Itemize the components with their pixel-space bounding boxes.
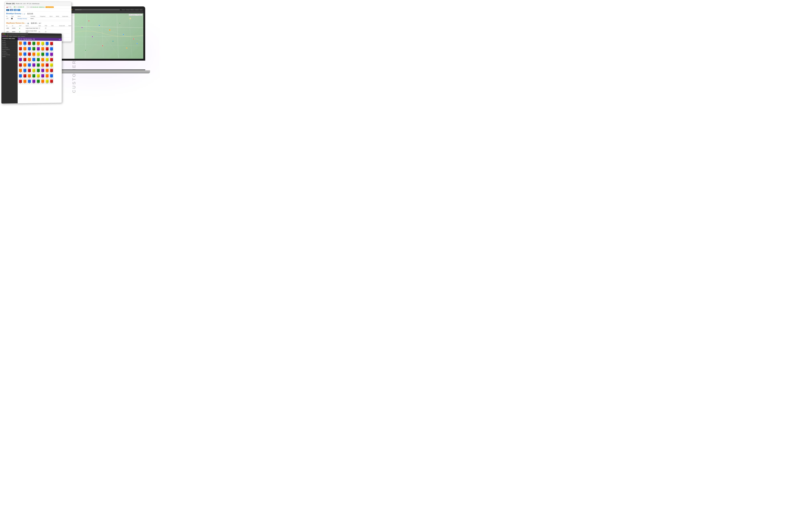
plano-item: $1.15	[32, 79, 36, 84]
route-count-badge: 347 machines in 70 locations	[129, 14, 142, 16]
map-roads-svg	[75, 14, 143, 59]
cash-stat: 💵 2 / 34 $430.79	[14, 6, 24, 8]
plano-item: $3.25	[18, 63, 22, 68]
plano-row-1: $2.56 $3.56 $2.50 $2.50 $2.50 $0.95 $0.9…	[18, 41, 61, 46]
plano-menu-gcs: GCS ▾	[18, 36, 20, 37]
table2-header: ID ID RTP Name CSO PSO CSO Invoice Amt. …	[6, 25, 70, 27]
laptop-display: parlevel ⚡ parlevelvms.com Routes ▾ Vend…	[61, 8, 143, 59]
toolbar-search-btn[interactable]: 🔍	[17, 9, 20, 11]
plano-item: $5	[18, 57, 22, 62]
map-pin-5	[92, 36, 93, 37]
plano-item: $3.56	[23, 41, 27, 46]
plano-min-dot	[3, 34, 4, 34]
toolbar-list-btn[interactable]: 📋	[14, 9, 17, 11]
route141-toolbar[interactable]: All 📅 📋 🔍	[5, 8, 71, 12]
map-pin-14	[136, 43, 138, 44]
route141-badge1: Route 141	[16, 3, 22, 4]
map-pin-1	[88, 20, 90, 22]
plano-sidebar-servicetiming: by Service Timing	[1, 54, 18, 56]
plano-item: $5	[23, 74, 27, 79]
plano-close-btn[interactable]: ✕	[59, 39, 61, 40]
lmap-header: parlevel ⚡ parlevelvms.com Routes ▾ Vend…	[61, 8, 143, 11]
route141-warehouse: Warehouse	[32, 3, 39, 4]
plano-item: $1.55	[36, 63, 40, 68]
forecast-badge: 1 day forecast	[45, 6, 54, 8]
svg-line-7	[75, 22, 105, 37]
brooklyn-grocery-amount: $153.85	[27, 13, 33, 15]
plano-item: $5	[18, 52, 22, 57]
lmap-nav-vending: Vending ▾	[126, 9, 130, 10]
toolbar-calendar-btn[interactable]: 📅	[10, 9, 13, 11]
plano-item: $1.55	[45, 63, 49, 68]
svg-line-4	[102, 14, 103, 58]
svg-line-0	[75, 26, 143, 27]
plano-item: $0.95	[45, 41, 49, 46]
map-pin-3	[109, 29, 111, 31]
route141-badge: Route 141 115 - RT 141 Warehouse	[16, 3, 39, 4]
plano-item: $0.95	[50, 47, 54, 52]
planogram-screenshot: https://dependable.parlevelvms.com/slit/…	[1, 33, 62, 104]
plano-sidebar-satellite: Satellite	[1, 56, 18, 58]
plano-item: $1	[32, 57, 36, 62]
plano-item: $5	[23, 46, 27, 52]
laptop-map: parlevel ⚡ parlevelvms.com Routes ▾ Vend…	[61, 8, 143, 59]
plano-sidebar-routefreq: Route Frequency	[1, 49, 18, 51]
plano-close-dot	[2, 34, 3, 34]
plano-item: $7.15	[32, 68, 36, 73]
plano-item: $1.15	[50, 74, 54, 79]
plano-item: $1.15	[36, 74, 40, 79]
map-pin-8	[123, 34, 124, 35]
plano-item: $1.15	[45, 74, 49, 79]
lmap-map-area: 347 machines in 70 locations	[75, 14, 143, 59]
plano-item: $0.95	[50, 52, 54, 57]
plano-item: $1.15	[41, 74, 45, 79]
plano-item: $5	[18, 79, 22, 84]
laptop-base	[54, 70, 150, 73]
plano-sidebar-byroute: by Route	[1, 45, 18, 47]
plano-item: $1.55	[41, 63, 45, 68]
plano-item: $5	[27, 79, 32, 84]
plano-url: https://dependable.parlevelvms.com/slit/…	[7, 34, 28, 35]
plano-item: $5	[27, 46, 32, 52]
lmap-body: Routes Thu, Jan 8th Route 1 $23.75 Tue, …	[61, 14, 143, 59]
plano-row-7: $5 $5 $5 $5 $1.15 $1.15 $1.15 $1.15	[18, 74, 61, 79]
plano-row-3: $5 $5 $5 $1.14 $0.95 $0.95 $0.95 $0.95	[18, 52, 61, 57]
plano-item: $5	[18, 74, 22, 79]
plano-item: $5	[32, 74, 36, 79]
plano-item: $1.10	[45, 68, 49, 73]
plano-item: $1.10	[50, 57, 54, 62]
plano-header-title: 211 | 5I - Chip Merchandise - 776	[19, 38, 35, 40]
plano-item: $14.75	[23, 68, 27, 73]
plano-row-2: $3.56 $5 $5 $11.4 $0.95 $0.95 $0.95 $0.9…	[18, 46, 61, 52]
brooklyn-grocery-section: Brooklyn Grocery | 🛒 $153.85 ID Type Nam…	[5, 12, 71, 21]
route141-badge2: 115 - RT 141	[23, 3, 32, 4]
route141-stats: 🚗 4 / 91 | 💵 2 / 34 $430.79 | 📋 3 / 146 …	[5, 5, 71, 9]
plano-item: $0.95	[41, 46, 45, 52]
plano-grid: $2.56 $3.56 $2.50 $2.50 $2.50 $0.95 $0.9…	[18, 40, 62, 85]
plano-item: $10	[18, 68, 22, 73]
plano-item: $2.56	[18, 41, 22, 46]
plano-item: $1.55	[32, 63, 36, 68]
lmap-nav-routes: Routes ▾	[122, 9, 125, 10]
map-pin-10	[85, 50, 86, 51]
route141-title: Route 141	[6, 3, 15, 4]
plano-item: $1.10	[41, 68, 45, 73]
toolbar-all-btn[interactable]: All	[6, 9, 9, 11]
plano-menu-vending: Vending ▾	[13, 36, 17, 37]
plano-row-8: $5 $5 $5 $1.15 $1.15 $1.10 $1.30 $1.30	[18, 79, 61, 84]
svg-line-6	[129, 14, 132, 58]
plano-item: $11.4	[32, 46, 36, 52]
plano-item: $4	[23, 63, 27, 68]
plano-item: $4	[27, 63, 32, 68]
plano-item: $1.10	[50, 68, 54, 73]
mayflower-name: Mayflower Homes Inc.	[6, 22, 25, 24]
plano-item: $1.30	[45, 79, 49, 84]
plano-item: $1.10	[41, 79, 45, 84]
count-stat: 📋 3 / 146 $3,444.26 / $8425.23	[26, 6, 45, 8]
plano-item: $5	[27, 57, 32, 62]
lmap-menubar: Last Activity	[61, 11, 143, 14]
table1-header: ID Type Name Schedule Frequency DSLS NRS…	[6, 16, 70, 18]
plano-row-6: $10 $14.75 $7.15 $7.15 $25 $1.10 $1.10 $…	[18, 68, 61, 73]
plano-row-4: $5 $5 $5 $1 $1 $1.55 $1.10 $1.10	[18, 57, 61, 63]
plano-item: $5	[27, 74, 32, 79]
